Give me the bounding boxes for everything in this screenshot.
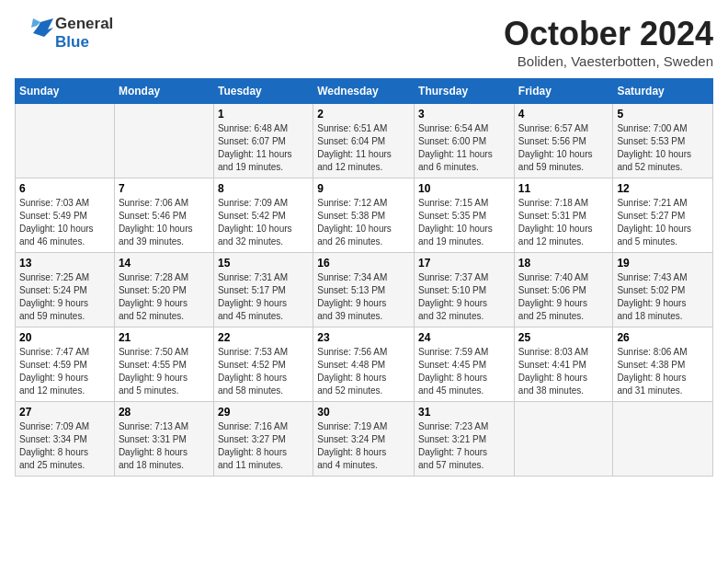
day-info: Sunrise: 7:12 AMSunset: 5:38 PMDaylight:… (317, 197, 410, 248)
day-info: Sunrise: 7:43 AMSunset: 5:02 PMDaylight:… (617, 271, 709, 323)
calendar-cell: 28Sunrise: 7:13 AMSunset: 3:31 PMDayligh… (114, 402, 213, 477)
calendar-cell: 14Sunrise: 7:28 AMSunset: 5:20 PMDayligh… (114, 253, 213, 327)
calendar-cell: 20Sunrise: 7:47 AMSunset: 4:59 PMDayligh… (16, 327, 115, 402)
calendar-cell: 30Sunrise: 7:19 AMSunset: 3:24 PMDayligh… (313, 402, 415, 477)
day-number: 3 (418, 108, 510, 121)
calendar-cell: 9Sunrise: 7:12 AMSunset: 5:38 PMDaylight… (313, 178, 415, 253)
calendar-cell: 8Sunrise: 7:09 AMSunset: 5:42 PMDaylight… (213, 178, 313, 253)
calendar-week-row: 13Sunrise: 7:25 AMSunset: 5:24 PMDayligh… (16, 253, 713, 327)
calendar-week-row: 6Sunrise: 7:03 AMSunset: 5:49 PMDaylight… (16, 178, 713, 253)
day-info: Sunrise: 7:53 AMSunset: 4:52 PMDaylight:… (218, 346, 309, 397)
day-info: Sunrise: 7:34 AMSunset: 5:13 PMDaylight:… (317, 271, 410, 323)
calendar-cell: 4Sunrise: 6:57 AMSunset: 5:56 PMDaylight… (514, 104, 613, 178)
day-info: Sunrise: 7:21 AMSunset: 5:27 PMDaylight:… (617, 197, 709, 248)
calendar-cell: 31Sunrise: 7:23 AMSunset: 3:21 PMDayligh… (415, 402, 515, 477)
day-number: 19 (617, 257, 709, 270)
day-number: 28 (119, 406, 210, 419)
day-info: Sunrise: 7:25 AMSunset: 5:24 PMDaylight:… (19, 271, 110, 323)
day-info: Sunrise: 8:03 AMSunset: 4:41 PMDaylight:… (518, 346, 609, 397)
day-number: 31 (418, 406, 510, 419)
calendar-cell (16, 104, 115, 178)
calendar-cell: 21Sunrise: 7:50 AMSunset: 4:55 PMDayligh… (114, 327, 213, 402)
calendar-week-row: 1Sunrise: 6:48 AMSunset: 6:07 PMDaylight… (16, 104, 713, 178)
day-info: Sunrise: 6:48 AMSunset: 6:07 PMDaylight:… (218, 122, 309, 174)
day-number: 5 (617, 108, 709, 121)
calendar-cell: 12Sunrise: 7:21 AMSunset: 5:27 PMDayligh… (613, 178, 713, 253)
day-number: 16 (317, 257, 410, 270)
day-number: 30 (317, 406, 410, 419)
location-title: Boliden, Vaesterbotten, Sweden (504, 53, 713, 69)
day-number: 11 (518, 182, 609, 195)
day-info: Sunrise: 7:09 AMSunset: 3:34 PMDaylight:… (19, 420, 110, 472)
day-number: 29 (218, 406, 309, 419)
header-row: Sunday Monday Tuesday Wednesday Thursday… (16, 79, 713, 104)
logo-general: General (55, 15, 113, 32)
day-number: 14 (119, 257, 210, 270)
calendar-cell: 27Sunrise: 7:09 AMSunset: 3:34 PMDayligh… (16, 402, 115, 477)
day-number: 6 (19, 182, 110, 195)
day-number: 22 (218, 331, 309, 344)
day-info: Sunrise: 7:16 AMSunset: 3:27 PMDaylight:… (218, 420, 309, 472)
header-tuesday: Tuesday (213, 79, 313, 104)
header-monday: Monday (114, 79, 213, 104)
day-info: Sunrise: 7:13 AMSunset: 3:31 PMDaylight:… (119, 420, 210, 472)
calendar-cell: 16Sunrise: 7:34 AMSunset: 5:13 PMDayligh… (313, 253, 415, 327)
day-info: Sunrise: 7:03 AMSunset: 5:49 PMDaylight:… (19, 197, 110, 248)
logo-bird-icon (15, 18, 53, 48)
day-info: Sunrise: 7:37 AMSunset: 5:10 PMDaylight:… (418, 271, 510, 323)
day-info: Sunrise: 7:59 AMSunset: 4:45 PMDaylight:… (418, 346, 510, 397)
day-number: 23 (317, 331, 410, 344)
day-number: 26 (617, 331, 709, 344)
day-info: Sunrise: 7:15 AMSunset: 5:35 PMDaylight:… (418, 197, 510, 248)
day-number: 13 (19, 257, 110, 270)
calendar-week-row: 27Sunrise: 7:09 AMSunset: 3:34 PMDayligh… (16, 402, 713, 477)
day-info: Sunrise: 7:23 AMSunset: 3:21 PMDaylight:… (418, 420, 510, 472)
header-thursday: Thursday (415, 79, 515, 104)
day-number: 12 (617, 182, 709, 195)
day-info: Sunrise: 6:54 AMSunset: 6:00 PMDaylight:… (418, 122, 510, 174)
calendar-cell: 23Sunrise: 7:56 AMSunset: 4:48 PMDayligh… (313, 327, 415, 402)
page-header: General Blue October 2024 Boliden, Vaest… (15, 15, 713, 69)
calendar-cell: 5Sunrise: 7:00 AMSunset: 5:53 PMDaylight… (613, 104, 713, 178)
header-friday: Friday (514, 79, 613, 104)
calendar-table: Sunday Monday Tuesday Wednesday Thursday… (15, 78, 713, 477)
calendar-header: Sunday Monday Tuesday Wednesday Thursday… (16, 79, 713, 104)
day-number: 25 (518, 331, 609, 344)
day-info: Sunrise: 7:19 AMSunset: 3:24 PMDaylight:… (317, 420, 410, 472)
calendar-cell: 15Sunrise: 7:31 AMSunset: 5:17 PMDayligh… (213, 253, 313, 327)
calendar-cell: 26Sunrise: 8:06 AMSunset: 4:38 PMDayligh… (613, 327, 713, 402)
day-number: 24 (418, 331, 510, 344)
day-number: 4 (518, 108, 609, 121)
calendar-cell: 29Sunrise: 7:16 AMSunset: 3:27 PMDayligh… (213, 402, 313, 477)
calendar-cell: 2Sunrise: 6:51 AMSunset: 6:04 PMDaylight… (313, 104, 415, 178)
day-info: Sunrise: 7:50 AMSunset: 4:55 PMDaylight:… (119, 346, 210, 397)
day-info: Sunrise: 7:56 AMSunset: 4:48 PMDaylight:… (317, 346, 410, 397)
calendar-body: 1Sunrise: 6:48 AMSunset: 6:07 PMDaylight… (16, 104, 713, 477)
day-info: Sunrise: 7:31 AMSunset: 5:17 PMDaylight:… (218, 271, 309, 323)
calendar-cell: 11Sunrise: 7:18 AMSunset: 5:31 PMDayligh… (514, 178, 613, 253)
day-number: 18 (518, 257, 609, 270)
calendar-cell: 13Sunrise: 7:25 AMSunset: 5:24 PMDayligh… (16, 253, 115, 327)
calendar-cell: 1Sunrise: 6:48 AMSunset: 6:07 PMDaylight… (213, 104, 313, 178)
day-number: 2 (317, 108, 410, 121)
day-info: Sunrise: 7:09 AMSunset: 5:42 PMDaylight:… (218, 197, 309, 248)
calendar-cell: 25Sunrise: 8:03 AMSunset: 4:41 PMDayligh… (514, 327, 613, 402)
day-info: Sunrise: 6:51 AMSunset: 6:04 PMDaylight:… (317, 122, 410, 174)
day-number: 17 (418, 257, 510, 270)
calendar-cell: 7Sunrise: 7:06 AMSunset: 5:46 PMDaylight… (114, 178, 213, 253)
day-info: Sunrise: 8:06 AMSunset: 4:38 PMDaylight:… (617, 346, 709, 397)
calendar-cell: 17Sunrise: 7:37 AMSunset: 5:10 PMDayligh… (415, 253, 515, 327)
day-info: Sunrise: 7:00 AMSunset: 5:53 PMDaylight:… (617, 122, 709, 174)
day-info: Sunrise: 7:18 AMSunset: 5:31 PMDaylight:… (518, 197, 609, 248)
calendar-cell (514, 402, 613, 477)
logo: General Blue (15, 15, 113, 52)
header-sunday: Sunday (16, 79, 115, 104)
calendar-cell: 22Sunrise: 7:53 AMSunset: 4:52 PMDayligh… (213, 327, 313, 402)
calendar-cell: 3Sunrise: 6:54 AMSunset: 6:00 PMDaylight… (415, 104, 515, 178)
calendar-cell: 24Sunrise: 7:59 AMSunset: 4:45 PMDayligh… (415, 327, 515, 402)
calendar-cell: 6Sunrise: 7:03 AMSunset: 5:49 PMDaylight… (16, 178, 115, 253)
day-info: Sunrise: 7:06 AMSunset: 5:46 PMDaylight:… (119, 197, 210, 248)
day-info: Sunrise: 7:28 AMSunset: 5:20 PMDaylight:… (119, 271, 210, 323)
month-title: October 2024 (504, 15, 713, 53)
calendar-cell (114, 104, 213, 178)
